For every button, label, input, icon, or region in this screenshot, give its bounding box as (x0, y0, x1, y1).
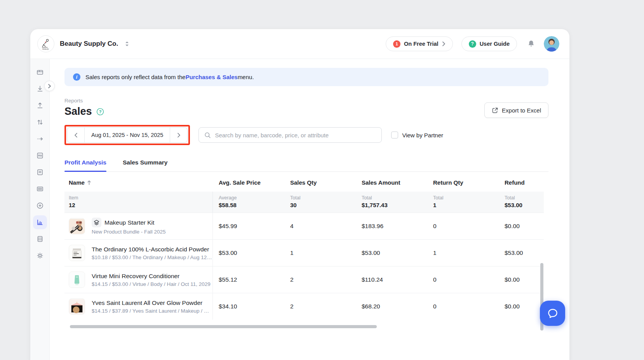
user-avatar[interactable] (544, 36, 559, 52)
chat-icon (547, 308, 559, 319)
sidebar-item-adjust[interactable] (33, 115, 47, 129)
sidebar-nav (30, 59, 50, 360)
date-prev-button[interactable] (67, 128, 84, 142)
sidebar-item-add-circle[interactable] (33, 199, 47, 213)
cell-sales-amount: $183.96 (356, 213, 427, 239)
horizontal-scrollbar[interactable] (70, 325, 377, 328)
top-bar: beauty Beauty Supply Co. 1 On Free Trial… (30, 29, 569, 59)
trial-label: On Free Trial (404, 41, 439, 47)
cell-return-qty: 1 (427, 240, 499, 266)
help-icon[interactable]: ? (96, 108, 104, 116)
table-summary-row: Item12 Average$58.58 Total30 Total$1,757… (64, 192, 544, 213)
table-header-row: Name Avg. Sale Price Sales Qty Sales Amo… (64, 173, 544, 192)
info-banner: i Sales reports only reflect data from t… (64, 68, 548, 86)
cell-avg-sale-price: $45.99 (213, 213, 284, 239)
bundle-layers-icon (92, 218, 101, 227)
company-switcher-icon[interactable] (125, 41, 129, 47)
sidebar-item-reports-chart[interactable] (33, 215, 47, 229)
search-input[interactable] (215, 132, 376, 138)
sidebar-expand-button[interactable] (44, 81, 55, 91)
sidebar-item-data-center[interactable] (33, 232, 47, 246)
export-to-excel-button[interactable]: Export to Excel (484, 102, 548, 118)
column-header-avg-sale-price[interactable]: Avg. Sale Price (213, 179, 284, 186)
cell-avg-sale-price: $55.12 (213, 267, 284, 293)
date-range-value[interactable]: Aug 01, 2025 - Nov 15, 2025 (84, 128, 170, 142)
product-subtitle: $14.15 / $37.89 / Yves Saint Laurent / M… (92, 308, 212, 314)
user-guide-button[interactable]: ? User Guide (461, 36, 517, 51)
cell-sales-qty: 4 (284, 213, 356, 239)
breadcrumb: Reports (64, 98, 104, 104)
app-window: beauty Beauty Supply Co. 1 On Free Trial… (30, 29, 569, 360)
summary-refund: $53.00 (505, 202, 544, 208)
user-guide-label: User Guide (480, 41, 510, 47)
sidebar-item-stock-out[interactable] (33, 99, 47, 112)
banner-text-before: Sales reports only reflect data from the (85, 74, 186, 80)
cell-avg-sale-price: $53.00 (213, 240, 284, 266)
summary-sales-qty: 30 (290, 202, 356, 208)
product-image (69, 298, 85, 315)
column-header-refund[interactable]: Refund (499, 179, 544, 186)
sidebar-item-barcode[interactable] (33, 182, 47, 196)
page-title: Sales (64, 106, 92, 118)
cell-refund: $53.00 (499, 240, 544, 266)
company-name: Beauty Supply Co. (60, 40, 118, 48)
export-label: Export to Excel (502, 107, 541, 114)
purchases-sales-link[interactable]: Purchases & Sales (186, 74, 238, 80)
checkbox-icon[interactable] (391, 132, 398, 138)
profit-analysis-table: Name Avg. Sale Price Sales Qty Sales Amo… (64, 173, 544, 320)
search-box (198, 127, 382, 143)
tab-bar: Profit Analysis Sales Summary (64, 159, 548, 172)
cell-avg-sale-price: $34.10 (213, 293, 284, 320)
company-logo[interactable]: beauty (37, 35, 54, 52)
cell-sales-amount: $68.20 (356, 293, 427, 320)
product-image (69, 245, 85, 261)
tab-sales-summary[interactable]: Sales Summary (123, 159, 167, 171)
product-image (69, 218, 85, 234)
cell-return-qty: 0 (427, 213, 499, 239)
product-name: Makeup Starter Kit (104, 219, 154, 226)
sidebar-item-stocktake[interactable] (33, 149, 47, 163)
table-row[interactable]: Virtue Mini Recovery Conditioner $14.15 … (64, 266, 544, 293)
product-name: Yves Saint Laurent All Over Glow Powder (92, 299, 202, 306)
banner-text-after: menu. (238, 74, 254, 80)
sidebar-item-package[interactable] (33, 65, 47, 79)
cell-sales-amount: $110.24 (356, 267, 427, 293)
cell-return-qty: 0 (427, 293, 499, 320)
free-trial-button[interactable]: 1 On Free Trial (386, 36, 453, 51)
view-by-partner-label: View by Partner (402, 132, 443, 138)
summary-return-qty: 1 (433, 202, 499, 208)
view-by-partner-checkbox[interactable]: View by Partner (391, 132, 443, 138)
svg-text:?: ? (99, 109, 101, 114)
summary-label: Total (362, 195, 427, 201)
sidebar-item-purchases-sales[interactable] (33, 165, 47, 179)
sidebar-item-move[interactable] (33, 132, 47, 146)
summary-label: Total (290, 195, 356, 201)
notification-bell-icon[interactable] (527, 40, 535, 48)
sort-ascending-icon (87, 180, 91, 185)
cell-sales-qty: 2 (284, 293, 356, 320)
table-row[interactable]: Yves Saint Laurent All Over Glow Powder … (64, 293, 544, 320)
table-row[interactable]: The Ordinary 100% L-Ascorbic Acid Powder… (64, 239, 544, 266)
column-header-sales-qty[interactable]: Sales Qty (284, 179, 356, 186)
summary-label: Total (433, 195, 499, 201)
date-next-button[interactable] (170, 128, 187, 142)
search-icon (204, 132, 211, 138)
summary-sales-amount: $1,757.43 (362, 202, 427, 208)
product-name: Virtue Mini Recovery Conditioner (92, 273, 179, 280)
column-header-sales-amount[interactable]: Sales Amount (356, 179, 427, 186)
chat-widget-button[interactable] (540, 301, 565, 326)
cell-sales-qty: 2 (284, 267, 356, 293)
cell-refund: $0.00 (499, 213, 544, 239)
table-row[interactable]: Makeup Starter Kit New Product Bundle - … (64, 213, 544, 239)
main-content: i Sales reports only reflect data from t… (50, 59, 569, 360)
summary-label: Total (505, 195, 544, 201)
product-subtitle: $14.15 / $53.00 / Virtue / Body / Hair /… (92, 281, 211, 287)
product-subtitle: New Product Bundle - Fall 2025 (92, 229, 166, 235)
chevron-right-icon (442, 41, 446, 47)
column-header-return-qty[interactable]: Return Qty (427, 179, 499, 186)
cell-sales-qty: 1 (284, 240, 356, 266)
column-header-name[interactable]: Name (64, 179, 213, 186)
summary-avg-price: $58.58 (219, 202, 284, 208)
sidebar-item-settings-gear[interactable] (33, 249, 47, 263)
tab-profit-analysis[interactable]: Profit Analysis (64, 159, 106, 171)
